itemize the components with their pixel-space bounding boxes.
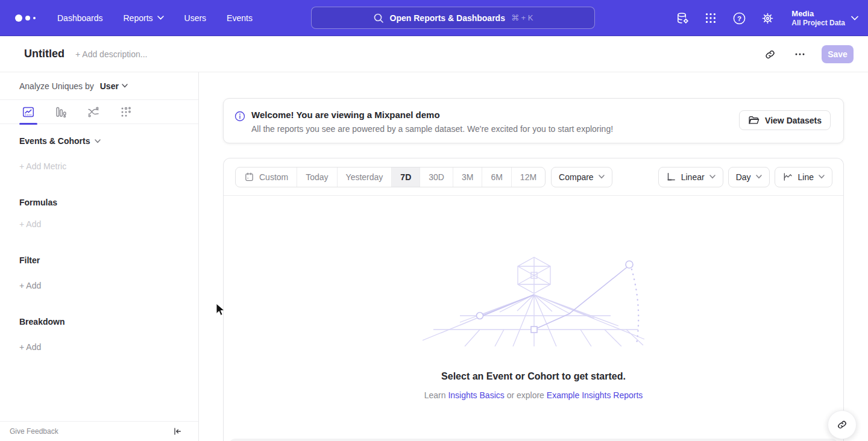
analyze-row: Analyze Uniques by User <box>0 72 198 100</box>
add-breakdown-button[interactable]: + Add <box>19 342 41 352</box>
date-range-yesterday[interactable]: Yesterday <box>337 167 392 187</box>
report-title[interactable]: Untitled <box>24 48 64 60</box>
settings-gear-icon[interactable] <box>760 11 775 25</box>
main-content: Welcome! You are viewing a Mixpanel demo… <box>199 72 868 441</box>
example-reports-link[interactable]: Example Insights Reports <box>547 390 643 400</box>
chevron-down-icon <box>756 175 762 179</box>
welcome-banner: Welcome! You are viewing a Mixpanel demo… <box>223 98 844 143</box>
retention-grid-icon <box>119 105 133 119</box>
global-search[interactable]: Open Reports & Dashboards ⌘ + K <box>311 7 595 29</box>
tab-retention[interactable] <box>117 100 135 124</box>
analyze-by-dropdown[interactable]: User <box>100 81 128 91</box>
tab-insights[interactable] <box>19 100 37 124</box>
data-management-icon[interactable] <box>675 11 690 25</box>
tab-funnels[interactable] <box>52 100 70 124</box>
date-range-custom[interactable]: Custom <box>236 167 297 187</box>
date-range-3m[interactable]: 3M <box>453 167 482 187</box>
date-range-6m[interactable]: 6M <box>482 167 511 187</box>
query-builder-sidebar: Analyze Uniques by User <box>0 72 199 441</box>
logo-dot <box>33 17 36 19</box>
add-filter-button[interactable]: + Add <box>19 281 41 290</box>
view-datasets-label: View Datasets <box>765 116 822 125</box>
section-filter: Filter <box>19 255 40 265</box>
nav-events-label: Events <box>227 13 253 23</box>
section-events-cohorts[interactable]: Events & Cohorts <box>19 136 101 146</box>
section-breakdown-label: Breakdown <box>19 317 64 327</box>
mixpanel-logo[interactable] <box>15 14 36 22</box>
save-button[interactable]: Save <box>822 45 854 63</box>
insights-chart-card: Custom Today Yesterday 7D 30D 3M 6M 12M … <box>223 158 844 441</box>
chevron-down-icon <box>157 16 164 20</box>
nav-right-group: ? Media All Project Data <box>675 0 858 36</box>
banner-title: Welcome! You are viewing a Mixpanel demo <box>251 110 440 120</box>
view-datasets-button[interactable]: View Datasets <box>739 110 831 130</box>
line-chart-icon <box>782 172 793 182</box>
link-icon <box>837 419 848 430</box>
date-range-7d[interactable]: 7D <box>391 167 420 187</box>
nav-dashboards-label: Dashboards <box>57 13 103 23</box>
compare-dropdown[interactable]: Compare <box>551 167 612 187</box>
chevron-down-icon <box>851 16 858 20</box>
date-range-custom-label: Custom <box>259 172 288 182</box>
section-formulas: Formulas <box>19 198 57 207</box>
analyze-label: Analyze Uniques by <box>19 81 94 91</box>
flows-icon <box>87 105 100 119</box>
empty-state-illustration <box>423 256 646 346</box>
top-navigation: Dashboards Reports Users Events Open Rep… <box>0 0 868 36</box>
date-range-selector: Custom Today Yesterday 7D 30D 3M 6M 12M <box>235 167 546 187</box>
project-switcher[interactable]: Media All Project Data <box>791 8 858 28</box>
chart-type-dropdown[interactable]: Line <box>775 167 832 187</box>
folder-icon <box>748 115 760 125</box>
sidebar-footer: Give Feedback <box>0 421 198 441</box>
section-breakdown: Breakdown <box>19 317 64 327</box>
apps-grid-icon[interactable] <box>703 11 718 25</box>
nav-dashboards[interactable]: Dashboards <box>57 13 103 23</box>
more-options-icon[interactable] <box>791 46 808 63</box>
share-link-fab[interactable] <box>828 410 857 439</box>
add-formula-button[interactable]: + Add <box>19 219 41 229</box>
primary-nav: Dashboards Reports Users Events <box>57 13 253 23</box>
date-range-30d[interactable]: 30D <box>420 167 453 187</box>
help-icon[interactable]: ? <box>732 11 746 25</box>
copy-link-icon[interactable] <box>761 46 778 63</box>
logo-dot <box>25 16 30 20</box>
search-icon <box>373 13 384 23</box>
project-name: Media <box>791 8 845 19</box>
tab-flows[interactable] <box>84 100 102 124</box>
report-header: Untitled + Add description... Save <box>0 36 868 72</box>
date-range-today[interactable]: Today <box>297 167 336 187</box>
nav-events[interactable]: Events <box>227 13 253 23</box>
interval-label: Day <box>736 172 751 182</box>
chevron-down-icon <box>95 139 101 143</box>
scale-dropdown[interactable]: Linear <box>658 167 723 187</box>
report-description-placeholder[interactable]: + Add description... <box>75 49 147 59</box>
collapse-sidebar-icon[interactable] <box>172 427 182 436</box>
hint-middle: or explore <box>507 390 544 400</box>
calendar-icon <box>244 172 254 182</box>
chevron-down-icon <box>122 84 128 88</box>
insights-basics-link[interactable]: Insights Basics <box>448 390 504 400</box>
search-placeholder: Open Reports & Dashboards <box>390 13 505 23</box>
chevron-down-icon <box>709 175 715 179</box>
chevron-down-icon <box>599 175 605 179</box>
section-events-cohorts-label: Events & Cohorts <box>19 136 90 146</box>
info-icon <box>234 111 245 122</box>
scale-label: Linear <box>681 172 705 182</box>
report-type-tabs <box>0 100 198 124</box>
project-scope: All Project Data <box>791 19 845 28</box>
header-actions: Save <box>761 36 854 72</box>
bottom-panel-edge <box>229 439 838 441</box>
interval-dropdown[interactable]: Day <box>728 167 770 187</box>
compare-label: Compare <box>559 172 594 182</box>
date-range-12m[interactable]: 12M <box>511 167 545 187</box>
give-feedback-link[interactable]: Give Feedback <box>10 427 58 436</box>
nav-users[interactable]: Users <box>184 13 207 23</box>
insights-chart-icon <box>22 105 35 119</box>
add-metric-button[interactable]: + Add Metric <box>19 161 66 171</box>
hint-prefix: Learn <box>424 390 446 400</box>
nav-users-label: Users <box>184 13 207 23</box>
nav-reports[interactable]: Reports <box>124 13 164 23</box>
search-shortcut: ⌘ + K <box>511 13 533 22</box>
section-filter-label: Filter <box>19 255 40 265</box>
chart-empty-state: Select an Event or Cohort to get started… <box>224 196 843 441</box>
